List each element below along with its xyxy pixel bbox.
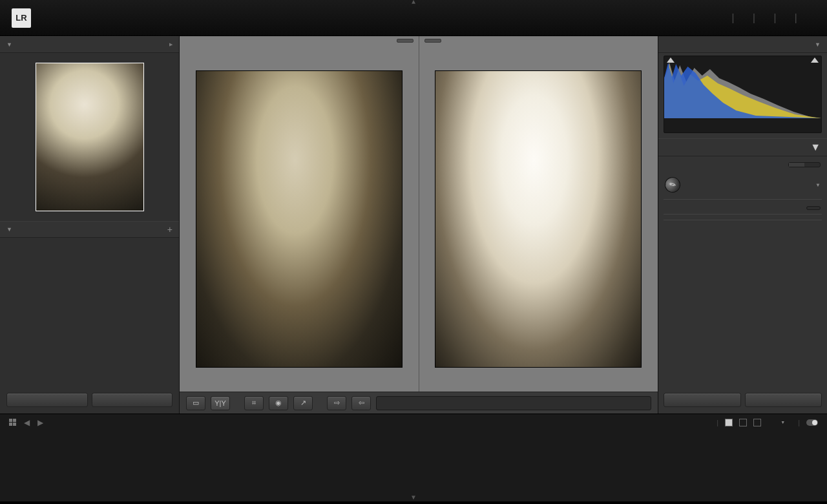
module-slideshow[interactable] [755,12,773,25]
module-web[interactable] [797,12,815,25]
app-logo-icon: LR [12,8,31,28]
module-picker: | | | | [713,12,815,25]
flag-unflagged-icon[interactable] [739,419,747,426]
white-balance-row: ✎ ▼ [658,173,827,196]
flag-picked-icon[interactable] [725,419,733,426]
preset-list [0,238,179,312]
before-image [196,70,403,368]
disclosure-triangle-icon[interactable]: ▼ [815,41,821,48]
shadow-clip-icon[interactable] [667,58,675,63]
presets-header[interactable]: ▼ + [0,221,179,238]
copy-paste-row [0,386,179,414]
flag-rejected-icon[interactable] [753,419,761,426]
histogram-display[interactable] [664,56,822,133]
treatment-grayscale[interactable] [804,163,820,167]
redeye-tool-button[interactable]: ◉ [269,396,288,410]
filmstrip[interactable] [0,430,827,501]
disclosure-triangle-icon[interactable]: ▼ [6,226,12,233]
basic-panel-header[interactable]: ▼ [658,138,827,156]
navigator-preview[interactable] [0,53,179,221]
disclosure-triangle-icon[interactable]: ▼ [6,41,12,48]
dropdown-caret-icon: ▼ [815,182,821,188]
before-after-button[interactable]: Y|Y [211,396,230,410]
grid-view-icon[interactable] [9,419,16,426]
previous-button[interactable] [664,393,741,407]
center-canvas: ▭ Y|Y ⌗ ◉ ↗ ⇨ ⇦ [180,36,658,414]
treatment-row [658,156,827,173]
add-preset-icon[interactable]: + [167,224,173,235]
after-label [424,39,441,43]
wb-preset-dropdown[interactable]: ▼ [813,182,821,188]
reset-button[interactable] [745,393,822,407]
auto-tone-button[interactable] [806,206,821,210]
collapse-bottom-icon[interactable]: ▼ [0,498,827,500]
navigator-image [36,63,144,211]
highlight-clip-icon[interactable] [811,58,819,63]
module-library[interactable] [713,12,731,25]
histogram-svg [664,56,821,118]
main-area: ▼ ▶ ▼ + [0,36,827,414]
copy-before-button[interactable]: ⇨ [327,396,346,410]
nav-forward-icon[interactable]: ▶ [37,418,43,427]
disclosure-triangle-icon[interactable]: ▼ [810,142,821,153]
histogram-header[interactable]: ▼ [658,36,827,53]
loupe-view-button[interactable]: ▭ [186,396,205,410]
treatment-color[interactable] [789,163,804,167]
filters-sep: | [717,419,718,426]
develop-toolbar: ▭ Y|Y ⌗ ◉ ↗ ⇨ ⇦ [180,392,658,414]
crop-tool-button[interactable]: ⌗ [244,396,264,410]
filmstrip-info-bar: ◀ ▶ | ▼ | [0,414,827,430]
before-pane[interactable] [180,36,419,392]
previous-reset-row [658,386,827,414]
colors-subheader [658,223,827,228]
left-panel: ▼ ▶ ▼ + [0,36,180,414]
nav-back-icon[interactable]: ◀ [24,418,30,427]
navigator-zoom-levels: ▶ [149,42,173,47]
zoom-more-icon[interactable]: ▶ [169,42,173,47]
filter-switch[interactable] [806,419,818,426]
right-panel: ▼ ▼ ✎ [658,36,827,414]
module-develop[interactable] [735,12,753,25]
spot-tool-button[interactable]: ↗ [293,396,313,410]
dropdown-caret-icon[interactable]: ▼ [780,420,785,425]
paste-button[interactable] [92,393,173,407]
after-pane[interactable] [419,36,658,392]
before-after-compare [180,36,658,392]
filter-controls: | ▼ | [704,419,818,426]
wb-eyedropper-icon[interactable]: ✎ [662,174,684,196]
copy-button[interactable] [6,393,88,407]
navigator-header[interactable]: ▼ ▶ [0,36,179,53]
treatment-toggle [788,162,821,167]
collapse-top-icon[interactable]: ▼ [410,0,417,6]
copy-after-button[interactable]: ⇦ [351,396,371,410]
tone-subheader [658,202,827,211]
before-label [397,39,414,43]
after-image [435,70,642,368]
filters-sep2: | [798,419,800,426]
module-print[interactable] [777,12,795,25]
toolbar-dropdown[interactable] [376,396,651,410]
app-header: ▼ LR | | | | [0,0,827,36]
